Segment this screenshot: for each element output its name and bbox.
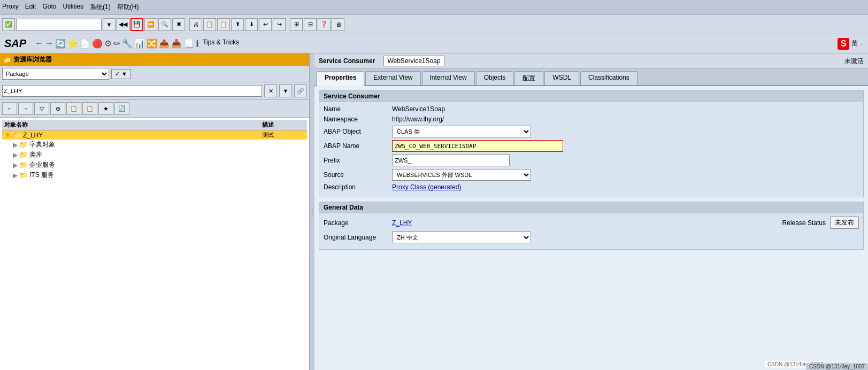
nav-icon6[interactable]: ✏: [113, 38, 120, 49]
field-orig-lang-label: Original Language: [324, 234, 388, 241]
dropdown-search-btn[interactable]: ▼: [279, 84, 292, 97]
nav-icon12[interactable]: 📃: [183, 38, 194, 49]
tab-objects[interactable]: Objects: [476, 71, 514, 85]
nav-icon7[interactable]: 🔧: [122, 38, 133, 49]
not-activated-label: 未激活: [844, 57, 864, 66]
field-abap-object-select[interactable]: CLAS 类: [392, 126, 531, 137]
tree-item-classlib[interactable]: ▶ 📁 类库: [11, 150, 307, 160]
general-data-section-title: General Data: [319, 202, 863, 213]
tree-item-its[interactable]: ▶ 📁 ITS 服务: [11, 170, 307, 180]
nav-icon3[interactable]: 📄: [80, 38, 90, 49]
copy2-btn[interactable]: 📋: [217, 18, 230, 31]
menu-proxy[interactable]: Proxy: [2, 3, 19, 12]
cancel-btn[interactable]: ✖: [172, 18, 185, 31]
nav-collapse-btn[interactable]: 📋: [66, 102, 81, 115]
field-prefix-label: Prefix: [324, 157, 388, 164]
nav-expand-btn[interactable]: ⊕: [50, 102, 65, 115]
nav2-btn[interactable]: ⬇: [245, 18, 258, 31]
nav-prev-btn[interactable]: ←: [2, 102, 17, 115]
copy1-btn[interactable]: 📋: [203, 18, 216, 31]
field-orig-lang-select[interactable]: ZH 中文: [392, 232, 531, 243]
tab-classifications[interactable]: Classifications: [580, 71, 637, 85]
print-btn[interactable]: 🖨: [189, 18, 202, 31]
tab-internal-view[interactable]: Internal View: [422, 71, 475, 85]
green-check-btn[interactable]: ✅: [2, 18, 15, 31]
nav-icon5[interactable]: ⚙: [104, 38, 112, 49]
clear-btn[interactable]: ✕: [264, 84, 277, 97]
field-package-row: Package Z_LHY Release Status 未发布: [324, 217, 859, 229]
tree-header: 对象名称 描述: [2, 120, 307, 130]
field-name-value: WebService1Soap: [392, 105, 445, 113]
find-btn[interactable]: 🔍: [158, 18, 171, 31]
menu-utilities[interactable]: Utilities: [63, 3, 83, 12]
dropdown-btn[interactable]: ▼: [103, 18, 116, 31]
tree-item-enterprise-label: 企业服务: [29, 160, 262, 169]
field-namespace-label: Namespace: [324, 115, 388, 123]
service-consumer-section-content: Name WebService1Soap Namespace http://ww…: [319, 102, 863, 197]
field-abap-name-row: ABAP Name: [324, 140, 859, 152]
nav-star-btn[interactable]: ★: [98, 102, 113, 115]
nav-back-icon[interactable]: ←: [35, 38, 43, 49]
tab-properties[interactable]: Properties: [317, 71, 364, 86]
nav-icon9[interactable]: 🔀: [147, 38, 157, 49]
release-status-label: Release Status: [782, 219, 826, 227]
nav-filter-btn[interactable]: ▽: [34, 102, 49, 115]
drag-handle[interactable]: ⋮: [310, 53, 314, 370]
field-prefix-input[interactable]: [392, 155, 510, 166]
content-area: Service Consumer Name WebService1Soap Na…: [314, 86, 868, 370]
nav-icon11[interactable]: 📥: [171, 38, 182, 49]
nav-icon8[interactable]: 📊: [134, 38, 145, 49]
tree-item-z-lhy[interactable]: ▼ 📁 Z_LHY 测试: [2, 130, 307, 140]
tree-item-enterprise[interactable]: ▶ 📁 企业服务: [11, 160, 307, 170]
monitor-btn[interactable]: 🖥: [332, 18, 344, 31]
filter-dropdown-btn[interactable]: ✓ ▼: [111, 69, 131, 79]
folder-classlib-icon: 📁: [19, 151, 28, 159]
lang-dots: ··: [860, 40, 864, 48]
nav-icon2[interactable]: ⭐: [67, 38, 78, 49]
shortcut-btn[interactable]: ⏩: [144, 18, 157, 31]
help-btn[interactable]: ❓: [318, 18, 331, 31]
folder-expand-icon: ▼: [4, 131, 11, 139]
filter-select[interactable]: Package: [2, 68, 109, 80]
tree-item-z-lhy-label: Z_LHY: [23, 132, 262, 139]
tab-peizhi[interactable]: 配置: [514, 71, 543, 85]
menu-bar[interactable]: Proxy Edit Goto Utilities 系统(1) 帮助(H): [2, 3, 139, 12]
nav4-btn[interactable]: ↪: [273, 18, 286, 31]
tab-wsdl[interactable]: WSDL: [544, 71, 579, 85]
tree-area: 对象名称 描述 ▼ 📁 Z_LHY 测试 ▶ 📁 字典对象 ▶: [0, 118, 309, 370]
field-desc-value[interactable]: Proxy Class (generated): [392, 183, 461, 191]
search-input[interactable]: [2, 85, 262, 97]
menu-edit[interactable]: Edit: [25, 3, 36, 12]
field-namespace-row: Namespace http://www.lhy.org/: [324, 115, 859, 123]
nav-icon10[interactable]: 📤: [159, 38, 170, 49]
tips-tricks-label[interactable]: Tips & Tricks: [203, 38, 239, 49]
command-input[interactable]: [16, 19, 102, 30]
service-consumer-section-title: Service Consumer: [319, 91, 863, 102]
field-source-select[interactable]: WEBSERVICES 外部 WSDL: [392, 169, 531, 181]
nav-search-btn[interactable]: 📋: [82, 102, 97, 115]
back-btn[interactable]: ◀◀: [117, 18, 129, 31]
nav-icon1[interactable]: 🔄: [55, 38, 66, 49]
nav1-btn[interactable]: ⬆: [231, 18, 244, 31]
right-panel: Service Consumer WebService1Soap 未激活 Pro…: [314, 53, 868, 370]
tab-external-view[interactable]: External View: [365, 71, 420, 85]
layout2-btn[interactable]: ⊟: [304, 18, 317, 31]
nav-icon13[interactable]: ℹ: [196, 38, 199, 49]
nav-forward-icon[interactable]: →: [45, 38, 53, 49]
field-abap-name-input[interactable]: [392, 140, 563, 152]
field-package-value[interactable]: Z_LHY: [392, 219, 778, 227]
menu-system[interactable]: 系统(1): [90, 3, 111, 12]
link-btn[interactable]: 🔗: [294, 84, 307, 97]
field-prefix-row: Prefix: [324, 155, 859, 166]
save-btn[interactable]: 💾: [130, 18, 143, 31]
left-panel-nav: ← → ▽ ⊕ 📋 📋 ★ 🔄: [0, 100, 309, 118]
nav-icon4[interactable]: 🔴: [92, 38, 103, 49]
nav3-btn[interactable]: ↩: [259, 18, 272, 31]
tree-item-dict[interactable]: ▶ 📁 字典对象: [11, 140, 307, 150]
menu-goto[interactable]: Goto: [42, 3, 56, 12]
layout1-btn[interactable]: ⊞: [290, 18, 303, 31]
nav-refresh-btn[interactable]: 🔄: [114, 102, 129, 115]
menu-help[interactable]: 帮助(H): [117, 3, 139, 12]
nav-next-btn[interactable]: →: [18, 102, 33, 115]
tree-item-its-label: ITS 服务: [29, 171, 262, 180]
